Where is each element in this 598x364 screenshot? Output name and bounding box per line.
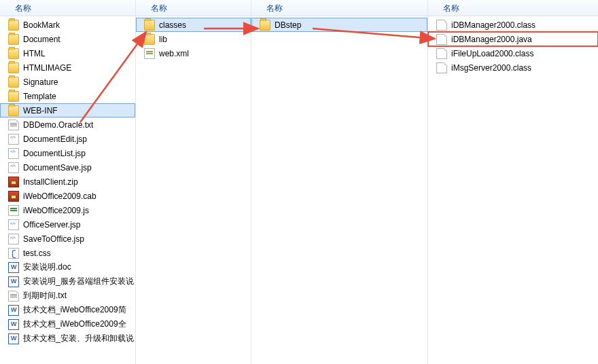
list-item[interactable]: OfficeServer.jsp [0,217,135,232]
list-item[interactable]: DocumentList.jsp [0,146,135,160]
item-label: 安装说明.doc [23,261,71,273]
list-item[interactable]: lib [136,32,251,46]
list-item[interactable]: Template [0,89,135,103]
pane-1: 名称 BookMarkDocumentHTMLHTMLIMAGESignatur… [0,0,136,364]
item-label: InstallClient.zip [23,177,78,187]
pane-3: 名称 DBstep [251,0,428,364]
list-item[interactable]: 技术文档_安装、升级和卸载说 [0,331,135,346]
list-item[interactable]: 安装说明_服务器端组件安装说 [0,274,135,289]
folder-open-icon [8,105,19,116]
zip-icon [8,177,19,187]
list-item[interactable]: Document [0,32,135,46]
item-label: BookMark [23,20,60,30]
item-label: 技术文档_iWebOffice2009全 [23,318,126,330]
doc-icon [8,262,19,273]
item-label: iDBManager2000.java [451,35,532,44]
list-item[interactable]: BookMark [0,18,135,32]
xml-icon [144,48,155,59]
column-header-name[interactable]: 名称 [136,0,251,16]
folder-open-icon [260,20,270,31]
js-icon [8,205,19,216]
item-label: 到期时间.txt [23,290,67,302]
list-item[interactable]: 技术文档_iWebOffice2009全 [0,317,135,331]
list-item[interactable]: SaveToOffice.jsp [0,232,135,246]
list-item[interactable]: classes [136,18,251,32]
item-label: 技术文档_iWebOffice2009简 [23,304,126,316]
list-item[interactable]: DBDemo.Oracle.txt [0,117,135,132]
code-icon [8,234,19,244]
list-item[interactable]: iWebOffice2009.cab [0,189,135,203]
item-label: DocumentSave.jsp [23,163,92,172]
item-label: iFileUpLoad2000.class [451,49,533,58]
file-list-4: iDBManager2000.classiDBManager2000.javai… [428,16,598,75]
folder-icon [8,77,19,88]
list-item[interactable]: iWebOffice2009.js [0,203,135,217]
file-icon [436,34,447,45]
list-item[interactable]: iMsgServer2000.class [428,60,598,75]
folder-open-icon [144,20,155,31]
list-item[interactable]: HTML [0,46,135,60]
column-header-name[interactable]: 名称 [251,0,427,16]
zip-icon [8,191,19,202]
file-icon [436,20,447,31]
folder-icon [8,48,19,59]
item-label: iMsgServer2000.class [451,63,531,73]
item-label: Signature [23,77,58,87]
item-label: SaveToOffice.jsp [23,234,84,244]
txt-icon [8,291,19,302]
list-item[interactable]: 安装说明.doc [0,260,135,274]
list-item[interactable]: InstallClient.zip [0,175,135,189]
item-label: 安装说明_服务器端组件安装说 [23,276,134,287]
list-item[interactable]: 到期时间.txt [0,289,135,303]
item-label: DBstep [275,20,301,30]
list-item[interactable]: WEB-INF [0,103,135,117]
code-icon [8,162,19,173]
item-label: iWebOffice2009.js [23,206,89,215]
list-item[interactable]: Signature [0,75,135,89]
doc-icon [8,319,19,330]
column-header-name[interactable]: 名称 [0,0,135,16]
list-item[interactable]: DBstep [251,18,427,32]
list-item[interactable]: DocumentSave.jsp [0,160,135,175]
item-label: WEB-INF [23,106,58,115]
code-icon [8,219,19,230]
css-icon [8,248,19,259]
item-label: HTML [23,49,46,58]
folder-icon [8,34,19,45]
item-label: DBDemo.Oracle.txt [23,120,93,130]
folder-icon [8,62,19,73]
list-item[interactable]: iDBManager2000.java [428,32,598,46]
item-label: test.css [23,249,51,258]
code-icon [8,148,19,159]
list-item[interactable]: HTMLIMAGE [0,60,135,75]
doc-icon [8,305,19,316]
list-item[interactable]: iDBManager2000.class [428,18,598,32]
column-header-name[interactable]: 名称 [428,0,598,16]
item-label: 技术文档_安装、升级和卸载说 [23,333,134,344]
item-label: iDBManager2000.class [451,20,535,30]
doc-icon [8,333,19,344]
item-label: web.xml [159,49,189,58]
folder-icon [144,34,155,45]
list-item[interactable]: iFileUpLoad2000.class [428,46,598,60]
item-label: HTMLIMAGE [23,63,71,73]
file-icon [436,48,447,59]
list-item[interactable]: DocumentEdit.jsp [0,132,135,146]
file-list-3: DBstep [251,16,427,32]
folder-icon [8,91,19,102]
txt-icon [8,120,19,130]
item-label: Template [23,92,56,101]
item-label: DocumentList.jsp [23,149,86,158]
item-label: classes [159,20,186,30]
list-item[interactable]: test.css [0,246,135,260]
doc-icon [8,276,19,287]
file-list-2: classeslibweb.xml [136,16,251,60]
file-icon [436,62,447,73]
item-label: Document [23,35,60,44]
pane-2: 名称 classeslibweb.xml [136,0,251,364]
list-item[interactable]: web.xml [136,46,251,60]
list-item[interactable]: 技术文档_iWebOffice2009简 [0,303,135,317]
pane-4: 名称 iDBManager2000.classiDBManager2000.ja… [428,0,598,364]
item-label: lib [159,35,167,44]
file-list-1: BookMarkDocumentHTMLHTMLIMAGESignatureTe… [0,16,135,346]
